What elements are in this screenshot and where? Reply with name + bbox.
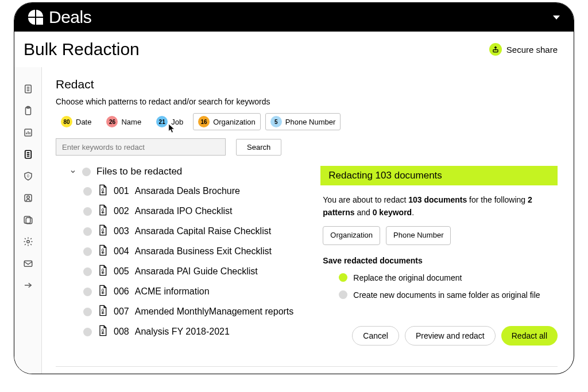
action-buttons: Cancel Preview and redact Redact all xyxy=(320,315,558,346)
svg-rect-19 xyxy=(26,218,32,224)
chevron-down-icon xyxy=(69,168,76,175)
svg-text:0: 0 xyxy=(27,174,29,178)
arrow-right-icon[interactable] xyxy=(22,280,34,291)
svg-rect-21 xyxy=(24,261,32,267)
file-name: Ansarada Business Exit Checklist xyxy=(135,246,272,257)
file-radio[interactable] xyxy=(83,207,92,216)
files-header-label: Files to be redacted xyxy=(96,166,182,177)
pdf-icon xyxy=(98,325,108,339)
page-icon[interactable] xyxy=(22,149,34,160)
chevron-down-icon[interactable] xyxy=(553,15,560,20)
selected-tag[interactable]: Phone Number xyxy=(386,226,451,245)
file-radio[interactable] xyxy=(83,227,92,236)
file-item[interactable]: 004Ansarada Business Exit Checklist xyxy=(83,244,304,258)
document-icon[interactable] xyxy=(22,83,34,95)
save-title: Save redacted documents xyxy=(323,254,555,267)
file-num: 004 xyxy=(114,246,129,257)
file-radio[interactable] xyxy=(83,308,92,316)
pattern-chip-organization[interactable]: 16Organization xyxy=(193,113,261,130)
file-item[interactable]: 002Ansarada IPO Checklist xyxy=(83,204,304,218)
count-badge: 21 xyxy=(156,116,168,127)
section-subtitle: Choose which patterns to redact and/or s… xyxy=(56,97,558,106)
file-name: Amended MonthlyManagement reports xyxy=(135,306,294,317)
file-item[interactable]: 001Ansarada Deals Brochure xyxy=(83,184,304,198)
save-option[interactable]: Replace the original document xyxy=(323,271,555,284)
selected-tags: OrganizationPhone Number xyxy=(323,226,555,245)
summary-body: You are about to redact 103 documents fo… xyxy=(320,185,558,315)
search-row: Search xyxy=(56,138,558,156)
pattern-chip-name[interactable]: 26Name xyxy=(101,113,146,130)
count-badge: 5 xyxy=(270,116,282,127)
chart-icon[interactable] xyxy=(22,127,34,138)
sidebar: 0 xyxy=(14,67,42,374)
file-radio[interactable] xyxy=(83,247,92,256)
secure-share-label: Secure share xyxy=(506,45,558,55)
file-num: 006 xyxy=(114,286,129,297)
pattern-chip-phone-number[interactable]: 5Phone Number xyxy=(265,113,341,130)
file-item[interactable]: 006ACME information xyxy=(83,285,304,298)
logo-icon xyxy=(28,10,43,25)
option-label: Replace the original document xyxy=(353,271,462,284)
shield-icon[interactable]: 0 xyxy=(22,170,34,182)
chip-label: Phone Number xyxy=(285,118,335,126)
pdf-icon xyxy=(98,244,108,258)
file-name: Ansarada PAI Guide Checklist xyxy=(135,266,258,277)
file-radio[interactable] xyxy=(83,267,92,276)
file-radio[interactable] xyxy=(83,288,92,296)
pdf-icon xyxy=(98,265,108,278)
file-name: Ansarada Capital Raise Checklist xyxy=(135,226,271,236)
file-num: 008 xyxy=(114,327,129,337)
summary-text: You are about to redact 103 documents fo… xyxy=(323,193,555,219)
svg-point-17 xyxy=(26,196,29,199)
file-name: Ansarada IPO Checklist xyxy=(135,206,233,216)
summary-banner: Redacting 103 documents xyxy=(320,166,558,185)
chip-label: Date xyxy=(76,118,91,126)
file-num: 001 xyxy=(114,186,129,196)
svg-rect-0 xyxy=(493,50,498,52)
secure-share-button[interactable]: Secure share xyxy=(489,43,558,56)
file-list: 001Ansarada Deals Brochure002Ansarada IP… xyxy=(56,184,304,339)
summary-column: Redacting 103 documents You are about to… xyxy=(320,166,558,358)
file-item[interactable]: 003Ansarada Capital Raise Checklist xyxy=(83,224,304,238)
topbar: Deals xyxy=(14,3,574,32)
preview-redact-button[interactable]: Preview and redact xyxy=(405,326,496,346)
save-option[interactable]: Create new documents in same folder as o… xyxy=(323,289,555,301)
file-radio[interactable] xyxy=(83,187,92,196)
count-badge: 80 xyxy=(61,116,72,127)
chip-label: Organization xyxy=(213,118,256,126)
file-num: 007 xyxy=(114,306,129,317)
pdf-icon xyxy=(98,184,108,198)
page-title: Bulk Redaction xyxy=(24,40,140,59)
radio-icon xyxy=(339,273,347,282)
pattern-chip-job[interactable]: 21Job xyxy=(151,113,188,130)
clipboard-icon[interactable] xyxy=(22,105,34,117)
redact-all-button[interactable]: Redact all xyxy=(501,326,558,346)
file-name: Analysis FY 2018-2021 xyxy=(135,327,230,337)
file-name: ACME information xyxy=(135,286,210,297)
chip-label: Name xyxy=(121,118,141,126)
radio-icon xyxy=(339,290,347,299)
pattern-chip-date[interactable]: 80Date xyxy=(56,113,96,130)
file-item[interactable]: 007Amended MonthlyManagement reports xyxy=(83,305,304,319)
count-badge: 26 xyxy=(106,116,118,127)
file-item[interactable]: 008Analysis FY 2018-2021 xyxy=(83,325,304,339)
files-header[interactable]: Files to be redacted xyxy=(69,166,304,177)
file-radio[interactable] xyxy=(83,328,92,336)
pdf-icon xyxy=(98,285,108,298)
user-icon[interactable] xyxy=(22,192,34,204)
content-row: Files to be redacted 001Ansarada Deals B… xyxy=(56,166,558,358)
file-num: 003 xyxy=(114,226,129,236)
brand-text: Deals xyxy=(49,7,91,27)
select-all-radio[interactable] xyxy=(82,168,91,176)
users-icon[interactable] xyxy=(22,214,34,226)
file-item[interactable]: 005Ansarada PAI Guide Checklist xyxy=(83,265,304,278)
keyword-input[interactable] xyxy=(56,138,226,156)
cancel-button[interactable]: Cancel xyxy=(352,326,399,346)
gear-icon[interactable] xyxy=(22,236,34,247)
search-button[interactable]: Search xyxy=(236,139,281,156)
files-column: Files to be redacted 001Ansarada Deals B… xyxy=(56,166,304,358)
pattern-chips: 80Date26Name21Job16Organization5Phone Nu… xyxy=(56,113,558,130)
selected-tag[interactable]: Organization xyxy=(323,226,380,245)
divider xyxy=(56,366,558,367)
mail-icon[interactable] xyxy=(22,258,34,269)
